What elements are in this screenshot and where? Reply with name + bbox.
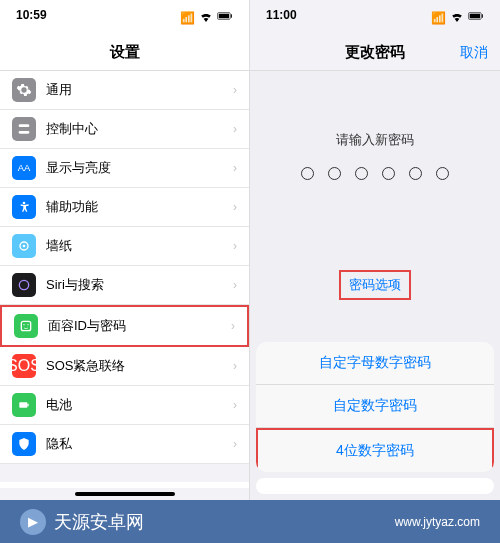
passcode-dots xyxy=(250,167,500,180)
svg-point-9 xyxy=(19,280,28,289)
settings-row-faceid[interactable]: 面容ID与密码 › xyxy=(0,305,249,347)
svg-point-6 xyxy=(23,202,26,205)
svg-point-11 xyxy=(23,324,24,325)
chevron-right-icon: › xyxy=(233,437,237,451)
settings-row-gear[interactable]: 通用 › xyxy=(0,71,249,110)
sheet-cancel-area[interactable] xyxy=(256,478,494,494)
sheet-option[interactable]: 4位数字密码 xyxy=(256,428,494,472)
row-label: 通用 xyxy=(46,81,233,99)
passcode-dot xyxy=(301,167,314,180)
brightness-icon: AA xyxy=(12,156,36,180)
svg-rect-1 xyxy=(219,14,229,19)
gear-icon xyxy=(12,78,36,102)
chevron-right-icon: › xyxy=(233,398,237,412)
svg-rect-19 xyxy=(470,14,480,19)
nav-title: 设置 xyxy=(110,43,140,62)
footer-title: 天源安卓网 xyxy=(54,510,144,534)
sheet-option[interactable]: 自定字母数字密码 xyxy=(256,342,494,385)
svg-rect-13 xyxy=(19,402,27,407)
footer-url: www.jytyaz.com xyxy=(395,515,480,529)
settings-row-accessibility[interactable]: 辅助功能 › xyxy=(0,188,249,227)
row-label: 隐私 xyxy=(46,435,233,453)
status-icons: 📶 xyxy=(431,8,484,27)
nav-bar-passcode: 更改密码 取消 xyxy=(250,35,500,71)
chevron-right-icon: › xyxy=(231,319,235,333)
row-label: Siri与搜索 xyxy=(46,276,233,294)
battery-icon xyxy=(468,8,484,27)
passcode-dot xyxy=(355,167,368,180)
wifi-icon xyxy=(449,8,465,27)
settings-row-switches[interactable]: 控制中心 › xyxy=(0,110,249,149)
settings-row-siri[interactable]: Siri与搜索 › xyxy=(0,266,249,305)
battery-icon xyxy=(217,8,233,27)
passcode-dot xyxy=(409,167,422,180)
svg-text:AA: AA xyxy=(18,163,31,173)
passcode-options-link[interactable]: 密码选项 xyxy=(339,270,411,300)
chevron-right-icon: › xyxy=(233,278,237,292)
row-label: SOS紧急联络 xyxy=(46,357,233,375)
passcode-dot xyxy=(382,167,395,180)
passcode-options-link-container: 密码选项 xyxy=(250,270,500,300)
status-time: 11:00 xyxy=(266,8,297,27)
cancel-button[interactable]: 取消 xyxy=(460,44,488,62)
switches-icon xyxy=(12,117,36,141)
settings-screen: 10:59 📶 设置 通用 › 控制中心 › AA 显示与亮度 › xyxy=(0,0,250,500)
status-time: 10:59 xyxy=(16,8,47,27)
svg-point-12 xyxy=(27,324,28,325)
settings-row-brightness[interactable]: AA 显示与亮度 › xyxy=(0,149,249,188)
status-bar: 10:59 📶 xyxy=(0,0,249,35)
sos-icon: SOS xyxy=(12,354,36,378)
nav-bar-settings: 设置 xyxy=(0,35,249,71)
status-bar: 11:00 📶 xyxy=(250,0,500,35)
action-sheet: 自定字母数字密码自定数字密码4位数字密码 xyxy=(250,336,500,500)
nav-title: 更改密码 xyxy=(345,43,405,62)
signal-icon: 📶 xyxy=(180,11,195,25)
status-icons: 📶 xyxy=(180,8,233,27)
signal-icon: 📶 xyxy=(431,11,446,25)
svg-rect-10 xyxy=(21,321,30,330)
passcode-dot xyxy=(436,167,449,180)
row-label: 墙纸 xyxy=(46,237,233,255)
privacy-icon xyxy=(12,432,36,456)
passcode-screen: 11:00 📶 更改密码 取消 请输入新密码 xyxy=(250,0,500,500)
battery-icon xyxy=(12,393,36,417)
wallpaper-icon xyxy=(12,234,36,258)
settings-list[interactable]: 通用 › 控制中心 › AA 显示与亮度 › 辅助功能 › 墙纸 › Siri与… xyxy=(0,71,249,488)
home-indicator[interactable] xyxy=(75,492,175,496)
row-label: 电池 xyxy=(46,396,233,414)
svg-rect-2 xyxy=(231,14,232,17)
sheet-option[interactable]: 自定数字密码 xyxy=(256,385,494,428)
settings-row-privacy[interactable]: 隐私 › xyxy=(0,425,249,464)
svg-rect-3 xyxy=(19,124,30,127)
settings-row-wallpaper[interactable]: 墙纸 › xyxy=(0,227,249,266)
settings-row-sos[interactable]: SOS SOS紧急联络 › xyxy=(0,347,249,386)
wifi-icon xyxy=(198,8,214,27)
settings-row-battery[interactable]: 电池 › xyxy=(0,386,249,425)
chevron-right-icon: › xyxy=(233,161,237,175)
footer-logo-icon: ▶ xyxy=(20,509,46,535)
passcode-prompt: 请输入新密码 xyxy=(250,131,500,149)
footer-watermark: ▶ 天源安卓网 www.jytyaz.com xyxy=(0,500,500,543)
row-label: 面容ID与密码 xyxy=(48,317,231,335)
passcode-dot xyxy=(328,167,341,180)
faceid-icon xyxy=(14,314,38,338)
row-label: 控制中心 xyxy=(46,120,233,138)
svg-rect-20 xyxy=(482,14,483,17)
chevron-right-icon: › xyxy=(233,122,237,136)
row-label: 显示与亮度 xyxy=(46,159,233,177)
chevron-right-icon: › xyxy=(233,359,237,373)
svg-rect-4 xyxy=(19,131,30,134)
siri-icon xyxy=(12,273,36,297)
chevron-right-icon: › xyxy=(233,200,237,214)
chevron-right-icon: › xyxy=(233,239,237,253)
svg-point-8 xyxy=(23,245,26,248)
svg-rect-14 xyxy=(27,404,28,407)
row-label: 辅助功能 xyxy=(46,198,233,216)
settings-row-appstore[interactable]: iTunes Store与App Store › xyxy=(0,482,249,488)
accessibility-icon xyxy=(12,195,36,219)
chevron-right-icon: › xyxy=(233,83,237,97)
